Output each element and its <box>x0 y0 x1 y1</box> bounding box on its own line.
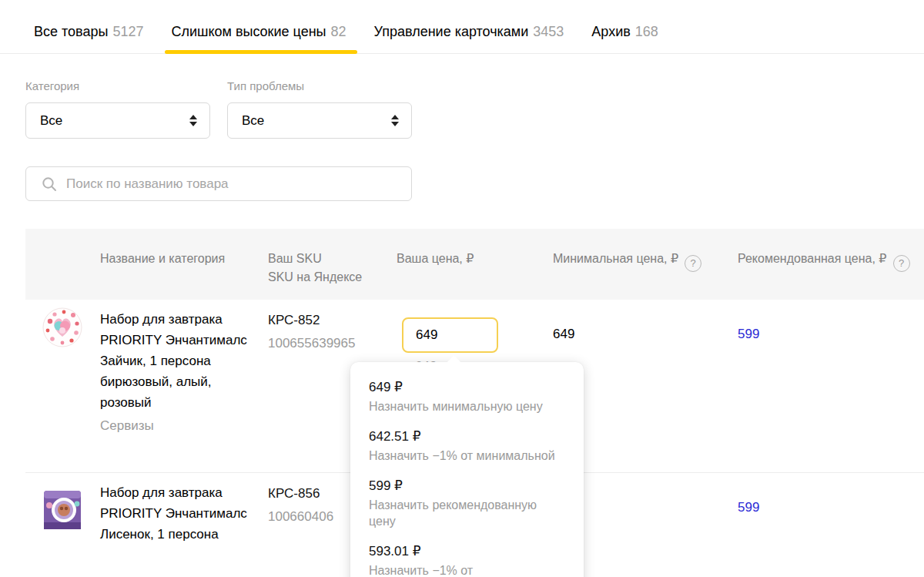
tab-too-high-prices[interactable]: Слишком высокие цены82 <box>171 24 346 53</box>
problem-type-select[interactable]: Все <box>227 102 412 139</box>
tab-bar: Все товары5127 Слишком высокие цены82 Уп… <box>0 0 924 54</box>
price-input[interactable] <box>402 317 498 353</box>
min-price-value: 649 <box>553 327 574 341</box>
header-your-price: Ваша цена, ₽ <box>397 250 553 300</box>
category-filter: Категория Все <box>25 79 210 139</box>
min-price-help-icon[interactable]: ? <box>685 255 701 272</box>
product-image-cell <box>25 300 100 472</box>
option-price: 599 ₽ <box>369 476 565 495</box>
tab-count: 5127 <box>112 24 143 39</box>
search-input[interactable] <box>66 176 400 192</box>
tab-label: Управление карточками <box>374 24 529 39</box>
header-name-category: Название и категория <box>100 250 268 300</box>
header-sku-line1: Ваш SKU <box>268 250 389 268</box>
header-sku: Ваш SKU SKU на Яндексе <box>268 250 397 300</box>
recommended-price-link[interactable]: 599 <box>738 327 759 341</box>
product-title: Набор для завтрака PRIORITY Энчантималс … <box>100 482 254 545</box>
price-suggestion-popup: 649 ₽ Назначить минимальную цену 642.51 … <box>350 362 584 577</box>
tab-card-management[interactable]: Управление карточками3453 <box>374 24 564 53</box>
header-spacer <box>25 250 100 300</box>
category-select-value: Все <box>40 113 62 129</box>
product-image-cell <box>25 473 100 576</box>
product-name-cell: Набор для завтрака PRIORITY Энчантималс … <box>100 300 268 472</box>
option-price: 593.01 ₽ <box>369 542 565 561</box>
product-image-plate <box>42 307 100 347</box>
header-min-price: Минимальная цена, ₽? <box>553 250 738 300</box>
option-price: 649 ₽ <box>369 377 565 397</box>
option-description: Назначить минимальную цену <box>369 398 565 414</box>
header-sku-line2: SKU на Яндексе <box>268 268 389 287</box>
select-arrows-icon <box>391 115 399 126</box>
popup-option-min-price[interactable]: 649 ₽ Назначить минимальную цену <box>350 371 584 421</box>
recommended-price-link[interactable]: 599 <box>738 500 759 515</box>
yandex-sku: 100655639965 <box>268 332 397 355</box>
tab-label: Архив <box>591 24 630 39</box>
tab-label: Слишком высокие цены <box>171 24 326 39</box>
product-name-cell: Набор для завтрака PRIORITY Энчантималс … <box>100 473 268 576</box>
popup-option-min-minus-1pct[interactable]: 642.51 ₽ Назначить −1% от минимальной <box>350 421 584 470</box>
popup-option-recommended-minus-1pct[interactable]: 593.01 ₽ Назначить −1% от рекомендованно… <box>350 535 584 577</box>
tab-archive[interactable]: Архив168 <box>591 24 658 53</box>
seller-sku: КРС-852 <box>268 309 397 332</box>
tab-label: Все товары <box>34 24 108 39</box>
option-description: Назначить −1% от рекомендованной <box>369 562 565 577</box>
filters-row: Категория Все Тип проблемы Все <box>25 79 924 139</box>
category-select[interactable]: Все <box>25 102 210 139</box>
select-arrows-icon <box>189 115 197 126</box>
search-icon <box>42 176 57 192</box>
tab-count: 3453 <box>533 24 564 39</box>
product-title: Набор для завтрака PRIORITY Энчантималс … <box>100 309 254 413</box>
product-search <box>25 166 412 201</box>
problem-type-filter: Тип проблемы Все <box>227 79 412 139</box>
product-category: Сервизы <box>100 415 254 436</box>
category-filter-label: Категория <box>25 79 210 92</box>
tab-count: 82 <box>331 24 346 39</box>
product-image-box <box>42 488 100 532</box>
header-recommended-price: Рекомендованная цена, ₽? <box>738 250 924 300</box>
recommended-price-cell: 599 <box>738 300 924 472</box>
problem-type-filter-label: Тип проблемы <box>227 79 412 92</box>
option-description: Назначить −1% от минимальной <box>369 448 565 464</box>
option-price: 642.51 ₽ <box>369 427 565 446</box>
problem-type-select-value: Все <box>242 113 264 129</box>
popup-option-recommended-price[interactable]: 599 ₽ Назначить рекомендованную цену <box>350 470 584 535</box>
option-description: Назначить рекомендованную цену <box>369 497 565 529</box>
table-header-row: Название и категория Ваш SKU SKU на Янде… <box>25 229 924 300</box>
recommended-price-help-icon[interactable]: ? <box>893 255 910 272</box>
tab-count: 168 <box>635 24 658 39</box>
tab-all-products[interactable]: Все товары5127 <box>34 24 143 53</box>
recommended-price-cell: 599 <box>738 473 924 576</box>
